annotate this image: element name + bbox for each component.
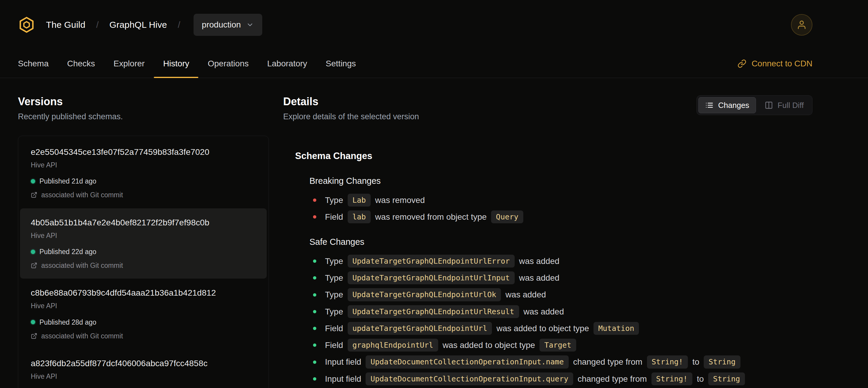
version-hash: c8b6e88a06793b9c4dfd54aaa21b36a1b421d812 <box>31 287 256 299</box>
version-card[interactable]: c8b6e88a06793b9c4dfd54aaa21b36a1b421d812… <box>20 278 267 349</box>
code-chip: String! <box>647 355 688 368</box>
change-text: was added <box>519 255 559 267</box>
safe-changes-title: Safe Changes <box>309 236 812 248</box>
change-text: Type <box>325 255 343 267</box>
safe-change-item: TypeUpdateTargetGraphQLEndpointUrlOkwas … <box>309 288 812 301</box>
safe-change-item: FieldgraphqlEndpointUrlwas added to obje… <box>309 339 812 352</box>
code-chip: Mutation <box>593 322 639 335</box>
versions-panel: Versions Recently published schemas. e2e… <box>18 95 269 388</box>
external-link-icon <box>31 333 37 339</box>
version-git-link[interactable]: associated with Git commit <box>31 261 256 270</box>
version-published-row: Published 21d ago <box>31 176 256 186</box>
code-chip: String! <box>651 372 692 385</box>
change-text: Type <box>325 272 343 284</box>
hive-logo-icon[interactable] <box>18 16 35 33</box>
changes-toggle-label: Changes <box>718 101 749 110</box>
version-hash: 4b05ab51b1b4a7e2e4b0ef82172f2b9f7ef98c0b <box>31 217 256 228</box>
target-selector-value: production <box>202 20 241 30</box>
breaking-changes-title: Breaking Changes <box>309 175 812 187</box>
top-bar: The Guild / GraphQL Hive / production <box>0 0 868 50</box>
version-git-link[interactable]: associated with Git commit <box>31 190 256 200</box>
change-text: Input field <box>325 373 361 385</box>
safe-change-item: Input fieldUpdateDocumentCollectionOpera… <box>309 372 812 385</box>
tab-operations[interactable]: Operations <box>198 50 258 78</box>
details-title: Details <box>283 95 419 108</box>
tab-settings[interactable]: Settings <box>316 50 365 78</box>
safe-bullet-icon <box>313 276 316 279</box>
versions-title: Versions <box>18 95 269 108</box>
code-chip: UpdateTargetGraphQLEndpointUrlResult <box>348 305 519 318</box>
user-icon <box>797 20 807 30</box>
org-name[interactable]: The Guild <box>46 19 86 31</box>
details-panel: Details Explore details of the selected … <box>283 95 812 388</box>
breadcrumb: The Guild / GraphQL Hive / production <box>18 14 262 36</box>
change-text: to <box>697 373 704 385</box>
breaking-change-item: Fieldlabwas removed from object typeQuer… <box>309 210 812 223</box>
version-service-name: Hive API <box>31 160 256 170</box>
version-card[interactable]: 4b05ab51b1b4a7e2e4b0ef82172f2b9f7ef98c0b… <box>20 208 267 279</box>
code-chip: String <box>708 372 745 385</box>
view-toggle: Changes Full Diff <box>696 95 812 115</box>
version-hash: a823f6db2a55df877dcf406006abca97fcc4858c <box>31 358 256 369</box>
code-chip: lab <box>348 210 371 223</box>
breadcrumb-separator: / <box>96 19 99 31</box>
safe-bullet-icon <box>313 260 316 263</box>
version-published-row: Published 22d ago <box>31 247 256 257</box>
full-diff-toggle-button[interactable]: Full Diff <box>758 97 811 113</box>
tab-history[interactable]: History <box>154 50 198 78</box>
safe-bullet-icon <box>313 344 316 347</box>
tab-list: SchemaChecksExplorerHistoryOperationsLab… <box>9 50 365 78</box>
change-text: was added <box>505 289 546 300</box>
code-chip: UpdateTargetGraphQLEndpointUrlInput <box>348 271 515 284</box>
tab-bar: SchemaChecksExplorerHistoryOperationsLab… <box>0 50 868 78</box>
details-header: Details Explore details of the selected … <box>283 95 812 123</box>
user-menu-button[interactable] <box>791 14 812 36</box>
change-text: Field <box>325 211 343 223</box>
breaking-bullet-icon <box>313 199 316 202</box>
list-icon <box>705 101 714 110</box>
chevron-down-icon <box>246 21 254 29</box>
change-text: Type <box>325 306 343 318</box>
safe-changes-list: TypeUpdateTargetGraphQLEndpointUrlErrorw… <box>309 255 812 385</box>
connect-cdn-link[interactable]: Connect to CDN <box>738 58 812 69</box>
code-chip: Lab <box>348 194 371 207</box>
version-card[interactable]: a823f6db2a55df877dcf406006abca97fcc4858c… <box>20 349 267 388</box>
diff-columns-icon <box>765 101 773 110</box>
tab-schema[interactable]: Schema <box>9 50 58 78</box>
code-chip: updateTargetGraphQLEndpointUrl <box>348 322 492 335</box>
git-commit-text: associated with Git commit <box>41 190 123 200</box>
breaking-bullet-icon <box>313 215 316 218</box>
code-chip: UpdateTargetGraphQLEndpointUrlOk <box>348 288 501 301</box>
version-service-name: Hive API <box>31 371 256 381</box>
version-card[interactable]: e2e55045345ce13fe07f52a77459b83fa3fe7020… <box>20 138 267 208</box>
details-heading-block: Details Explore details of the selected … <box>283 95 419 123</box>
breaking-change-item: TypeLabwas removed <box>309 194 812 207</box>
safe-bullet-icon <box>313 327 316 330</box>
project-name[interactable]: GraphQL Hive <box>109 19 167 31</box>
tab-laboratory[interactable]: Laboratory <box>258 50 316 78</box>
target-selector-dropdown[interactable]: production <box>193 14 262 36</box>
version-list: e2e55045345ce13fe07f52a77459b83fa3fe7020… <box>18 136 269 388</box>
main-content: Versions Recently published schemas. e2e… <box>0 78 868 388</box>
code-chip: UpdateTargetGraphQLEndpointUrlError <box>348 255 515 268</box>
tab-checks[interactable]: Checks <box>58 50 104 78</box>
change-text: was removed <box>375 194 425 206</box>
change-text: Field <box>325 339 343 351</box>
link-icon <box>738 59 746 68</box>
change-text: to <box>692 356 699 368</box>
change-text: changed type from <box>578 373 647 385</box>
change-text: was added to object type <box>496 323 589 334</box>
change-text: was removed from object type <box>375 211 487 223</box>
tab-explorer[interactable]: Explorer <box>104 50 154 78</box>
code-chip: UpdateDocumentCollectionOperationInput.n… <box>366 355 568 368</box>
safe-bullet-icon <box>313 377 316 381</box>
safe-bullet-icon <box>313 360 316 364</box>
version-git-link[interactable]: associated with Git commit <box>31 331 256 341</box>
published-status-icon <box>31 249 35 254</box>
app-root: The Guild / GraphQL Hive / production Sc… <box>0 0 868 388</box>
change-text: changed type from <box>573 356 643 368</box>
version-service-name: Hive API <box>31 231 256 240</box>
schema-changes-title: Schema Changes <box>295 149 812 162</box>
safe-bullet-icon <box>313 310 316 313</box>
changes-toggle-button[interactable]: Changes <box>699 97 756 113</box>
